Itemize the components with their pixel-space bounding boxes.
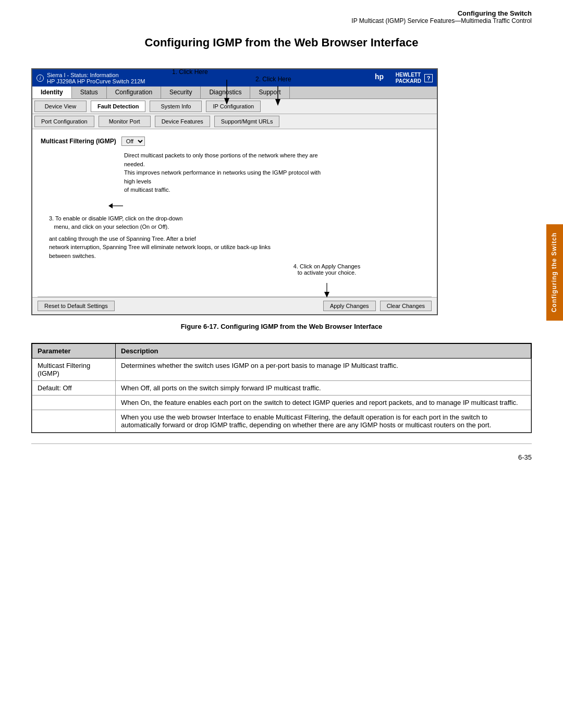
callout-3-text: 3. To enable or disable IGMP, click on t… — [49, 214, 429, 231]
nav-tab-security[interactable]: Security — [161, 87, 201, 98]
callout4-area: 4. Click on Apply Changesto activate you… — [41, 263, 429, 289]
callout3-arrow — [108, 201, 124, 211]
btn-row-2: Port Configuration Monitor Port Device F… — [32, 114, 437, 129]
bottom-right-buttons: Apply Changes Clear Changes — [323, 301, 432, 311]
btn-row-1: Device View Fault Detection System Info … — [32, 99, 437, 114]
callout4-arrow — [322, 283, 332, 299]
reset-to-default-btn[interactable]: Reset to Default Settings — [38, 301, 115, 311]
nav-tabs: Identity Status Configuration Security D… — [32, 87, 437, 99]
clear-changes-btn[interactable]: Clear Changes — [380, 301, 432, 311]
port-configuration-btn[interactable]: Port Configuration — [34, 116, 94, 127]
table-row: When On, the feature enables each port o… — [32, 396, 531, 410]
desc-cell-2: When Off, all ports on the switch simply… — [116, 381, 531, 396]
figure-caption-bold: Figure 6-17. Configuring IGMP from the W… — [181, 323, 383, 330]
apply-changes-btn[interactable]: Apply Changes — [323, 301, 376, 311]
callout-2: 2. Click Here — [255, 76, 291, 83]
desc-cell-1: Determines whether the switch uses IGMP … — [116, 359, 531, 381]
nav-tab-configuration[interactable]: Configuration — [107, 87, 161, 98]
nav-tab-status[interactable]: Status — [72, 87, 107, 98]
help-icon[interactable]: ? — [424, 74, 433, 82]
desc-cell-4: When you use the web browser Interface t… — [116, 410, 531, 433]
screenshot-wrapper: 1. Click Here 2. Click Here i Sierra I -… — [31, 68, 532, 315]
switch-bottom-bar: Reset to Default Settings Apply Changes … — [32, 297, 437, 314]
system-info-btn[interactable]: System Info — [150, 101, 202, 112]
device-view-btn[interactable]: Device View — [34, 101, 87, 112]
param-col-header: Parameter — [32, 344, 116, 359]
svg-text:hp: hp — [375, 72, 384, 81]
igmp-label: Multicast Filtering (IGMP) — [41, 138, 116, 145]
callout-1: 1. Click Here — [172, 68, 208, 76]
table-row: Multicast Filtering(IGMP) Determines whe… — [32, 359, 531, 381]
header-subtitle: IP Multicast (IGMP) Service Features—Mul… — [31, 17, 532, 24]
svg-marker-1 — [224, 98, 229, 105]
param-cell-3 — [32, 396, 116, 410]
switch-status-text: Sierra I - Status: Information HP J3298A… — [47, 72, 145, 84]
fault-detection-btn[interactable]: Fault Detection — [91, 101, 145, 112]
param-table: Parameter Description Multicast Filterin… — [32, 343, 531, 433]
right-sidebar-tab: Configuring the Switch — [546, 224, 563, 320]
svg-marker-9 — [324, 292, 329, 298]
svg-marker-7 — [108, 203, 113, 208]
switch-ui: i Sierra I - Status: Information HP J329… — [31, 68, 438, 315]
page-number: 6-35 — [0, 448, 563, 472]
device-features-btn[interactable]: Device Features — [155, 116, 210, 127]
hp-logo-svg: hp — [374, 71, 393, 83]
switch-info-section: i Sierra I - Status: Information HP J329… — [36, 72, 145, 84]
spanning-text: ant cabling through the use of Spanning … — [49, 235, 420, 261]
header-bold-title: Configuring the Switch — [31, 9, 532, 17]
bottom-divider — [31, 443, 532, 444]
param-cell-1: Multicast Filtering(IGMP) — [32, 359, 116, 381]
page-header: Configuring the Switch IP Multicast (IGM… — [0, 0, 563, 27]
page-title: Configuring IGMP from the Web Browser In… — [0, 36, 563, 50]
switch-topbar: i Sierra I - Status: Information HP J329… — [32, 69, 437, 87]
hp-logo: hp — [374, 71, 393, 85]
figure-caption: Figure 6-17. Configuring IGMP from the W… — [31, 323, 532, 330]
igmp-select[interactable]: Off On — [121, 137, 145, 146]
switch-info-line1: Sierra I - Status: Information — [47, 72, 145, 78]
monitor-port-btn[interactable]: Monitor Port — [99, 116, 151, 127]
hewlett-packard-text: HEWLETTPACKARD — [396, 72, 421, 84]
nav-tab-identity[interactable]: Identity — [32, 87, 72, 98]
switch-content: Multicast Filtering (IGMP) Off On Direct… — [32, 129, 437, 297]
support-mgmt-urls-btn[interactable]: Support/Mgmt URLs — [214, 116, 280, 127]
table-row: Default: Off When Off, all ports on the … — [32, 381, 531, 396]
param-cell-2: Default: Off — [32, 381, 116, 396]
switch-model-text: HP J3298A HP ProCurve Switch 212M — [47, 78, 145, 84]
callout2-arrow — [270, 86, 286, 107]
desc-cell-3: When On, the feature enables each port o… — [116, 396, 531, 410]
switch-logo-section: hp HEWLETTPACKARD ? — [374, 71, 433, 85]
param-cell-4 — [32, 410, 116, 433]
igmp-row: Multicast Filtering (IGMP) Off On — [41, 137, 429, 146]
desc-col-header: Description — [116, 344, 531, 359]
table-row: When you use the web browser Interface t… — [32, 410, 531, 433]
callout-4-text: 4. Click on Apply Changesto activate you… — [288, 263, 366, 276]
description-box: Direct multicast packets to only those p… — [124, 151, 333, 194]
info-icon: i — [36, 75, 44, 82]
callout1-arrow — [219, 80, 235, 106]
svg-marker-3 — [275, 99, 280, 106]
param-table-wrapper: Parameter Description Multicast Filterin… — [31, 343, 532, 433]
